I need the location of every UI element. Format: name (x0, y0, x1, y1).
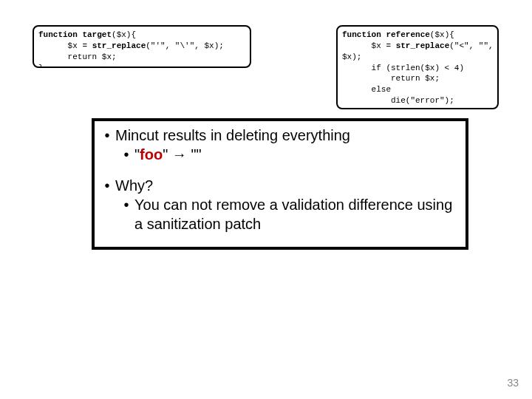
bullet-2-sub-text: You can not remove a validation differen… (134, 195, 458, 233)
code-text: die("error"); (342, 96, 454, 105)
bullet-2: • Why? (99, 176, 458, 195)
code-text: else (342, 85, 391, 94)
code-text: } (342, 107, 347, 109)
foo-text: foo (140, 146, 163, 163)
code-text: return $x; (342, 74, 440, 83)
bullet-dot-icon: • (99, 126, 115, 145)
bullet-dot-icon: • (99, 176, 115, 195)
bullet-1: • Mincut results in deleting everything (99, 126, 458, 145)
bullet-1-text: Mincut results in deleting everything (115, 126, 458, 145)
bullet-1-sub-text: "foo" → "" (134, 145, 458, 164)
code-text: ($x){ (430, 30, 454, 39)
bullet-dot-icon: • (118, 145, 134, 164)
code-text: } (38, 64, 44, 68)
code-text: ("'", "\'", $x); (146, 41, 224, 50)
fn-strreplace: str_replace (396, 41, 450, 50)
page-number: 33 (507, 377, 519, 389)
fn-strreplace: str_replace (92, 41, 146, 50)
code-text: $x = (38, 41, 92, 50)
code-text: $x); (342, 52, 361, 61)
fn-name-target: target (82, 30, 112, 39)
bullet-2-text: Why? (115, 176, 458, 195)
content-panel: • Mincut results in deleting everything … (95, 121, 466, 247)
quote-post: "" (187, 146, 202, 163)
arrow-icon: → (172, 146, 187, 163)
code-text: ("<", "", (449, 41, 493, 50)
bullet-2-sub: • You can not remove a validation differ… (118, 195, 458, 233)
bullet-dot-icon: • (118, 195, 134, 214)
code-box-reference: function reference($x){ $x = str_replace… (336, 25, 499, 109)
bullet-1-sub: • "foo" → "" (118, 145, 458, 164)
code-text: $x = (342, 41, 396, 50)
quote-mid: " (163, 146, 172, 163)
code-text: ($x){ (112, 30, 136, 39)
kw-function: function (342, 30, 386, 39)
code-text: if (strlen($x) < 4) (342, 64, 464, 72)
spacer (99, 164, 458, 176)
code-text: return $x; (38, 52, 117, 61)
fn-name-reference: reference (386, 30, 429, 39)
code-box-target: function target($x){ $x = str_replace("'… (33, 25, 251, 68)
kw-function: function (38, 30, 82, 39)
